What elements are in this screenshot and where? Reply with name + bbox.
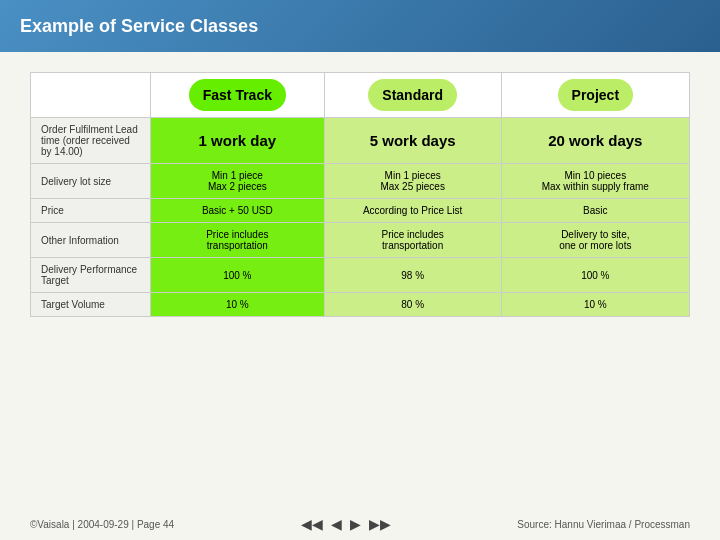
table-row: Target Volume10 %80 %10 %	[31, 293, 690, 317]
fast-track-label: Fast Track	[189, 79, 286, 111]
table-row: PriceBasic + 50 USDAccording to Price Li…	[31, 199, 690, 223]
nav-last-button[interactable]: ▶▶	[367, 516, 393, 532]
project-cell: 20 work days	[501, 118, 689, 164]
header-empty-cell	[31, 73, 151, 118]
row-label: Order Fulfilment Lead time (order receiv…	[31, 118, 151, 164]
main-content: Fast Track Standard Project Order Fulfil…	[0, 52, 720, 510]
standard-label: Standard	[368, 79, 457, 111]
row-label: Other Information	[31, 223, 151, 258]
service-classes-table: Fast Track Standard Project Order Fulfil…	[30, 72, 690, 317]
nav-prev-button[interactable]: ◀	[329, 516, 344, 532]
project-cell: 10 %	[501, 293, 689, 317]
project-cell: 100 %	[501, 258, 689, 293]
table-row: Delivery lot sizeMin 1 piece Max 2 piece…	[31, 164, 690, 199]
table-container: Fast Track Standard Project Order Fulfil…	[30, 72, 690, 500]
standard-cell: Min 1 pieces Max 25 pieces	[324, 164, 501, 199]
fast-track-cell: 100 %	[151, 258, 325, 293]
page-title: Example of Service Classes	[20, 16, 258, 37]
table-row: Delivery Performance Target100 %98 %100 …	[31, 258, 690, 293]
table-row: Other InformationPrice includes transpor…	[31, 223, 690, 258]
nav-next-button[interactable]: ▶	[348, 516, 363, 532]
fast-track-cell: 1 work day	[151, 118, 325, 164]
standard-cell: 98 %	[324, 258, 501, 293]
page-header: Example of Service Classes	[0, 0, 720, 52]
copyright-text: ©Vaisala | 2004-09-29 | Page 44	[30, 519, 174, 530]
nav-controls[interactable]: ◀◀ ◀ ▶ ▶▶	[299, 516, 393, 532]
project-label: Project	[558, 79, 633, 111]
row-label: Target Volume	[31, 293, 151, 317]
row-label: Price	[31, 199, 151, 223]
project-cell: Delivery to site, one or more lots	[501, 223, 689, 258]
standard-cell: 80 %	[324, 293, 501, 317]
standard-cell: Price includes transportation	[324, 223, 501, 258]
page-footer: ©Vaisala | 2004-09-29 | Page 44 ◀◀ ◀ ▶ ▶…	[0, 510, 720, 540]
row-label: Delivery lot size	[31, 164, 151, 199]
table-header-row: Fast Track Standard Project	[31, 73, 690, 118]
row-label: Delivery Performance Target	[31, 258, 151, 293]
project-cell: Min 10 pieces Max within supply frame	[501, 164, 689, 199]
col-header-project: Project	[501, 73, 689, 118]
project-cell: Basic	[501, 199, 689, 223]
source-text: Source: Hannu Vierimaa / Processman	[517, 519, 690, 530]
table-row: Order Fulfilment Lead time (order receiv…	[31, 118, 690, 164]
fast-track-cell: Price includes transportation	[151, 223, 325, 258]
col-header-fast-track: Fast Track	[151, 73, 325, 118]
fast-track-cell: 10 %	[151, 293, 325, 317]
standard-cell: 5 work days	[324, 118, 501, 164]
nav-first-button[interactable]: ◀◀	[299, 516, 325, 532]
fast-track-cell: Basic + 50 USD	[151, 199, 325, 223]
page: Example of Service Classes Fast Track St…	[0, 0, 720, 540]
standard-cell: According to Price List	[324, 199, 501, 223]
col-header-standard: Standard	[324, 73, 501, 118]
fast-track-cell: Min 1 piece Max 2 pieces	[151, 164, 325, 199]
